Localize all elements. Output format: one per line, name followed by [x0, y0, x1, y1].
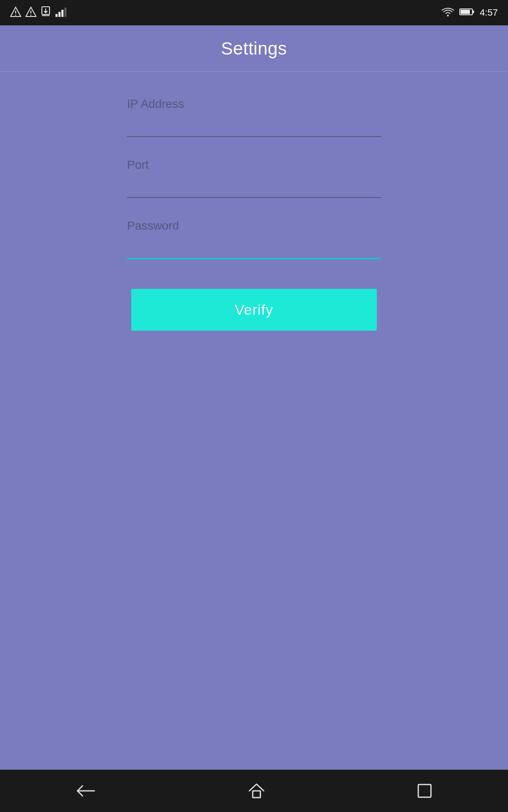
- svg-point-13: [447, 15, 449, 16]
- verify-button[interactable]: Verify: [131, 289, 377, 331]
- page-title: Settings: [221, 38, 287, 59]
- back-button[interactable]: [76, 784, 96, 798]
- recents-button[interactable]: [417, 783, 432, 798]
- svg-rect-16: [472, 11, 474, 13]
- password-input[interactable]: [127, 236, 381, 259]
- status-icons-right: 4:57: [442, 7, 498, 19]
- status-icons-left: [10, 6, 67, 19]
- signal-bars-icon: [55, 6, 67, 19]
- svg-point-2: [15, 14, 16, 15]
- port-label: Port: [127, 158, 381, 172]
- wifi-icon: [442, 7, 454, 19]
- ip-address-field: IP Address: [127, 97, 381, 137]
- svg-point-5: [30, 14, 31, 15]
- home-button[interactable]: [247, 782, 266, 800]
- main-content: IP Address Port Password Verify: [0, 72, 508, 770]
- ip-address-label: IP Address: [127, 97, 381, 111]
- warning-icon-2: [25, 6, 36, 19]
- svg-rect-17: [253, 791, 260, 798]
- status-time: 4:57: [480, 7, 498, 18]
- svg-rect-9: [55, 14, 58, 17]
- password-field: Password: [127, 219, 381, 259]
- port-input[interactable]: [127, 175, 381, 198]
- nav-bar: [0, 770, 508, 812]
- battery-icon: [459, 8, 475, 18]
- svg-rect-11: [61, 10, 64, 17]
- download-icon: [41, 6, 51, 19]
- password-label: Password: [127, 219, 381, 233]
- svg-rect-12: [64, 8, 66, 17]
- svg-rect-18: [418, 785, 431, 797]
- status-bar: 4:57: [0, 0, 508, 25]
- ip-address-input[interactable]: [127, 114, 381, 137]
- svg-rect-15: [461, 10, 470, 14]
- warning-icon-1: [10, 6, 21, 19]
- svg-rect-10: [58, 12, 61, 17]
- port-field: Port: [127, 158, 381, 198]
- app-bar: Settings: [0, 25, 508, 72]
